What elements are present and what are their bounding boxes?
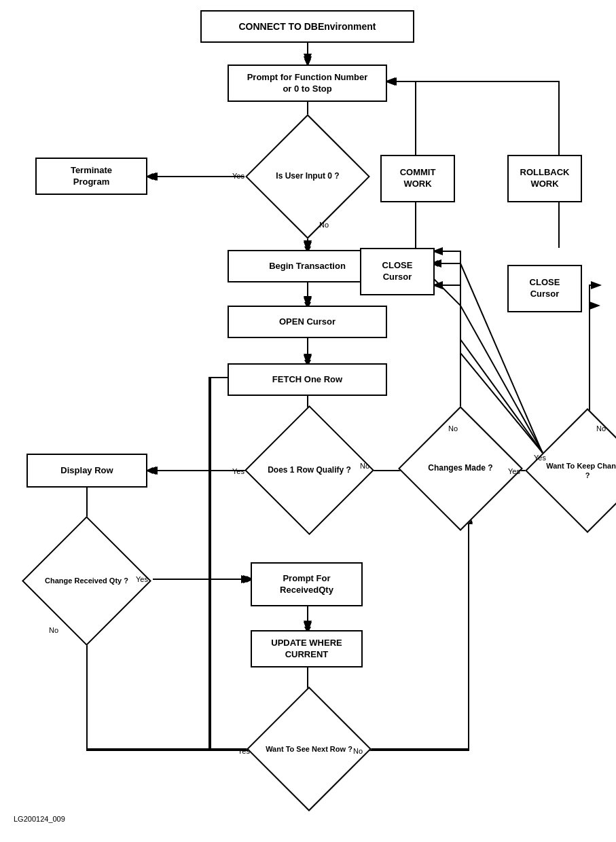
- rollback-work-box: ROLLBACK WORK: [507, 155, 582, 202]
- flowchart-diagram: CONNECT TO DBEnvironment Prompt for Func…: [0, 0, 616, 828]
- change-qty-yes-label: Yes: [136, 575, 148, 583]
- is-user-no-label: No: [319, 221, 329, 229]
- want-to-see-next-diamond: Want To See Next Row ?: [265, 705, 353, 793]
- terminate-box: Terminate Program: [35, 158, 147, 195]
- is-user-yes-label: Yes: [232, 172, 244, 180]
- connect-to-db-box: CONNECT TO DBEnvironment: [200, 10, 414, 43]
- prompt-box: Prompt for Function Number or 0 to Stop: [228, 65, 387, 102]
- is-user-input-diamond: Is User Input 0 ?: [264, 132, 352, 221]
- changes-made-no-label: No: [448, 424, 458, 433]
- prompt-received-qty-box: Prompt For ReceivedQty: [251, 562, 363, 606]
- close-cursor-left-box: CLOSE Cursor: [360, 248, 435, 295]
- want-to-keep-diamond: Want To Keep Changes ?: [543, 426, 616, 515]
- does-qualify-diamond: Does 1 Row Qualify ?: [264, 424, 355, 516]
- change-qty-no-label: No: [49, 626, 58, 634]
- changes-made-yes-label: Yes: [508, 467, 520, 475]
- want-to-see-no-label: No: [353, 747, 363, 755]
- does-qualify-yes-label: Yes: [232, 467, 244, 475]
- display-row-box: Display Row: [26, 454, 147, 488]
- update-where-current-box: UPDATE WHERE CURRENT: [251, 630, 363, 667]
- open-cursor-box: OPEN Cursor: [228, 306, 387, 338]
- changes-made-diamond: Changes Made ?: [416, 424, 505, 513]
- fetch-one-row-box: FETCH One Row: [228, 363, 387, 396]
- commit-work-box: COMMIT WORK: [380, 155, 455, 202]
- change-received-qty-diamond: Change Received Qty ?: [41, 535, 132, 627]
- want-to-keep-no-label: No: [596, 424, 606, 433]
- does-qualify-no-label: No: [360, 462, 369, 470]
- close-cursor-right-box: CLOSE Cursor: [507, 265, 582, 312]
- footnote: LG200124_009: [14, 815, 65, 823]
- want-to-see-yes-label: Yes: [238, 747, 250, 755]
